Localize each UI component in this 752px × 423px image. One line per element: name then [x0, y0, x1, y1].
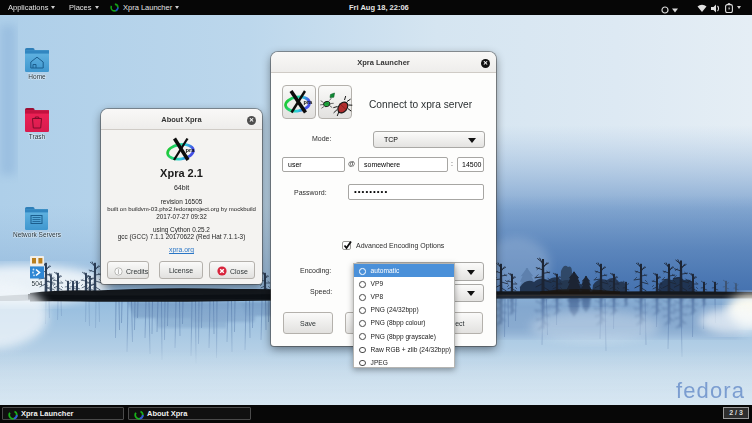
svg-text:fedora: fedora	[676, 378, 745, 403]
svg-text:Trash: Trash	[29, 133, 46, 140]
svg-text:Network Servers: Network Servers	[13, 231, 62, 238]
svg-text:pra: pra	[304, 99, 314, 105]
svg-text:Home: Home	[28, 73, 46, 80]
svg-text:i: i	[118, 268, 120, 275]
svg-text:504: 504	[32, 280, 43, 287]
svg-text:pra: pra	[186, 147, 196, 153]
